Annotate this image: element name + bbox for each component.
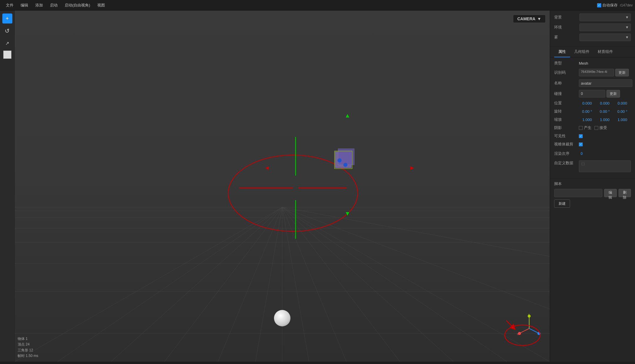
fog-row: 雾 ▼ [554,33,631,41]
new-script-row: 新建 [554,199,631,208]
bottom-strip [0,362,635,364]
autosave-label[interactable]: ✓ 自动保存 [597,3,618,8]
shadow-produce-text: 产生 [584,125,591,130]
rotation-label: 旋转 [554,109,578,114]
pos-z-input[interactable] [614,101,631,105]
collision-update-button[interactable]: 更新 [606,90,620,98]
viewport[interactable]: CAMERA ▼ [15,11,550,362]
tab-properties[interactable]: 属性 [554,47,570,57]
tab-geometry[interactable]: 几何组件 [570,47,594,57]
type-row: 类型 Mesh [554,61,631,66]
id-label: 识别码 [554,70,578,75]
renderorder-input[interactable] [579,150,602,157]
left-toolbar: + ↺ ↗ [0,11,15,362]
autosave-checkbox[interactable]: ✓ [597,3,601,7]
undo-button[interactable]: ↺ [2,26,12,36]
renderorder-label: 渲染次序 [554,151,578,156]
menu-edit[interactable]: 编辑 [17,1,32,9]
scene-svg [15,11,550,362]
svg-marker-32 [265,166,269,170]
visibility-row: 可见性 ✓ [554,133,631,139]
properties-section: 类型 Mesh 识别码 7643949e-74ee-4i 更新 名称 碰撞 更新 [550,58,635,178]
renderorder-row: 渲染次序 [554,150,631,157]
customdata-label: 自定义数据 [554,160,578,166]
scale-label: 缩放 [554,117,578,122]
bg-chevron: ▼ [625,15,629,19]
visibility-label: 可见性 [554,133,578,139]
scale-x-input[interactable] [579,118,595,122]
fog-select[interactable]: ▼ [579,33,631,41]
bg-row: 背景 ▼ [554,14,631,21]
shadow-receive-text: 接受 [599,125,607,130]
collision-label: 碰撞 [554,91,578,96]
menu-add[interactable]: 添加 [32,1,46,9]
add-object-button[interactable]: + [2,14,12,24]
rotation-row: 旋转 [554,109,631,114]
shadow-row: 阴影 产生 接受 [554,125,631,130]
main-content: + ↺ ↗ [0,11,635,362]
name-label: 名称 [554,80,578,86]
id-input[interactable]: 7643949e-74ee-4i [579,69,614,76]
scale-z-input[interactable] [614,118,631,122]
menu-file[interactable]: 文件 [2,1,17,9]
rot-z-input[interactable] [614,109,631,114]
bg-select[interactable]: ▼ [579,14,631,21]
scale-y-input[interactable] [596,118,613,122]
color-swatch[interactable] [3,51,11,59]
shadow-label: 阴影 [554,125,578,130]
script-label: 脚本 [554,181,631,187]
menu-start[interactable]: 启动 [46,1,61,9]
script-section: 脚本 编辑 删除 新建 [550,178,635,211]
rot-y-input[interactable] [596,109,613,114]
shadow-receive-checkbox[interactable] [594,126,598,130]
collision-row: 碰撞 更新 [554,90,631,98]
svg-point-36 [343,163,347,167]
fog-chevron: ▼ [625,35,629,39]
script-delete-button[interactable]: 删除 [619,189,631,197]
autosave-text: 自动保存 [602,3,618,8]
menubar-right: ✓ 自动保存 r147dev [597,3,633,8]
light-sphere [274,310,290,326]
shadow-produce-checkbox[interactable] [579,126,583,130]
svg-point-35 [337,158,342,162]
collision-input[interactable] [579,90,605,98]
menu-start-free[interactable]: 启动(自由视角) [61,1,94,9]
svg-line-48 [506,321,514,328]
svg-point-47 [505,325,540,345]
pos-x-input[interactable] [579,101,595,105]
panel-tabs: 属性 几何组件 材质组件 [550,47,635,58]
scale-row: 缩放 [554,117,631,122]
frustum-row: 视锥体裁剪 ✓ [554,142,631,147]
id-update-button[interactable]: 更新 [615,69,629,76]
script-row: 编辑 删除 [554,189,631,197]
visibility-checkbox[interactable]: ✓ [579,134,583,138]
expand-button[interactable]: ↗ [2,38,12,48]
script-edit-button[interactable]: 编辑 [604,189,617,197]
env-select[interactable]: ▼ [579,24,631,31]
svg-marker-26 [346,114,349,118]
scene-settings: 背景 ▼ 环境 ▼ 雾 ▼ [550,11,635,47]
new-script-button[interactable]: 新建 [554,199,570,208]
position-row: 位置 [554,100,631,106]
fog-label: 雾 [554,35,578,40]
name-input[interactable] [579,79,632,87]
rot-x-input[interactable] [579,109,595,114]
env-chevron: ▼ [625,25,629,29]
tab-material[interactable]: 材质组件 [594,47,617,57]
pos-y-input[interactable] [596,101,613,105]
id-row: 识别码 7643949e-74ee-4i 更新 [554,69,631,76]
position-label: 位置 [554,100,578,106]
script-input[interactable] [554,189,602,197]
name-row: 名称 [554,79,631,87]
frustum-label: 视锥体裁剪 [554,142,578,147]
env-label: 环境 [554,25,578,30]
annotation-arrow [500,315,547,350]
hud-vertices: 顶点 24 [18,342,38,347]
customdata-input[interactable] [579,160,631,172]
version-badge: r147dev [620,3,633,7]
menu-view[interactable]: 视图 [94,1,108,9]
hud-frametime: 帧时 1.50 ms [18,353,38,359]
frustum-checkbox[interactable]: ✓ [579,142,583,146]
viewport-hud: 物体 1 顶点 24 三角形 12 帧时 1.50 ms [18,336,38,359]
svg-marker-30 [410,166,414,170]
